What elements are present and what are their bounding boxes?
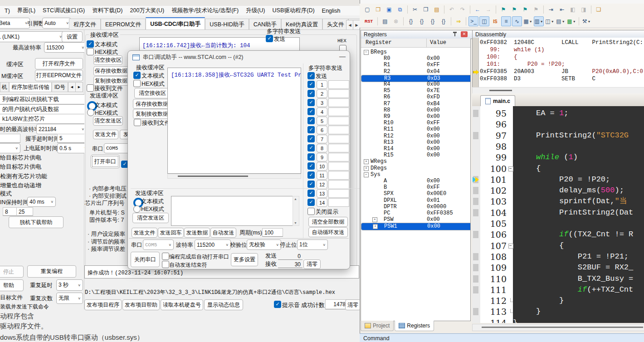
multisend-text-field[interactable] [328,180,349,189]
uncomment-icon[interactable]: ◨ [579,5,589,15]
register-row[interactable]: R50x7E [361,88,470,94]
stop-button[interactable]: ⊗ [391,16,401,26]
w2-multisend-send-checkbox[interactable] [307,72,315,79]
multisend-text-field[interactable] [328,89,349,98]
redo-icon[interactable]: ↷ [458,5,468,15]
register-row[interactable]: R90x00 [361,113,470,120]
multisend-text-field[interactable] [328,80,349,89]
register-row[interactable]: R140x00 [361,146,470,152]
step-over-button[interactable]: {} [417,16,427,26]
w2-send-data-button[interactable]: 发送数据 [184,228,210,238]
w2-baud-select[interactable]: 115200∨ [195,239,231,250]
w2-clear-receive-button[interactable]: 清空接收区 [134,88,171,98]
multisend-row-button[interactable]: 12 [317,180,327,189]
register-row[interactable]: PC0xFF0385 [361,210,470,216]
stop-button[interactable]: 停止 [0,266,24,278]
settings-button[interactable]: 设置 [62,31,83,42]
system-viewer-dropdown[interactable]: ▤▼ [556,16,566,26]
save-icon[interactable]: ▣ [384,5,394,15]
w2-send-hex-mode-radio[interactable] [133,205,141,213]
w2-close-hint-checkbox[interactable] [307,208,315,215]
multisend-row-button[interactable]: 10 [317,162,327,171]
w2-clear-count-button[interactable]: 清零 [303,259,321,269]
toggle-bookmark-icon[interactable]: ⚑ [498,5,508,15]
w2-copy-receive-button[interactable]: 复制接收数据 [133,109,171,119]
register-row[interactable]: R110x00 [361,126,470,132]
menu-item[interactable]: USB驱动程序(D) [269,7,318,15]
navigate-back-icon[interactable]: ← [473,5,483,15]
publish-help-button[interactable]: 发布项目帮助 [122,299,160,310]
multisend-row-button[interactable]: 7 [317,135,327,143]
power-delay-select[interactable]: 0.5 s∨ [57,143,84,153]
w2-auto-end-checkbox[interactable] [162,261,169,268]
menu-item[interactable]: 界面(L) [14,7,39,15]
multisend-text-field[interactable] [328,135,349,143]
keep-time-select[interactable]: 40 ms∨ [27,197,56,207]
bg-open-port-button[interactable]: 打开串口 [91,155,120,168]
bg-save-receive-button[interactable]: 保存接收数据 [93,66,129,76]
register-row[interactable]: A0x00 [361,178,470,184]
multisend-text-field[interactable] [328,198,349,207]
repeat-count-select[interactable]: 无限∨ [56,293,83,304]
offline-option-box[interactable]: 的用户脱机代码及数据 [0,104,84,114]
multisend-row-checkbox[interactable] [307,135,315,142]
offline-option-box[interactable]: k1/U8W主控芯片 [0,114,84,124]
open-file-icon[interactable]: ❒ [373,5,383,15]
w2-send-enter-button[interactable]: 发送回车 [158,228,184,238]
disassembly-hscrollbar[interactable] [472,87,644,94]
multisend-row-checkbox[interactable] [307,108,315,115]
register-row[interactable]: DPTR0x0000 [361,204,470,210]
link-select[interactable]: k1 (LNK1)∨ [0,31,64,42]
repeat-program-button[interactable]: 重复编程 [27,265,76,278]
w2-send-vscrollbar[interactable]: ▲ ▼ [293,196,299,226]
w2-close-port-button[interactable]: 关闭串口 [131,252,160,267]
run-button[interactable]: ▤ [380,16,390,26]
register-row[interactable]: +PSW0x00 [361,216,470,223]
w2-period-input[interactable]: 100 [262,228,283,237]
multisend-row-checkbox[interactable] [307,171,315,179]
multisend-text-field[interactable] [328,162,349,171]
tree-expander-icon[interactable]: + [364,159,369,164]
register-row[interactable]: R130x00 [361,139,470,146]
menu-item[interactable]: 视频教学/技术论坛/选型(F) [168,7,242,15]
multisend-row-button[interactable]: 5 [317,117,327,125]
multisend-row-button[interactable]: 2 [317,89,327,98]
register-row[interactable]: +PSW10x00 [361,223,471,230]
multisend-row-checkbox[interactable] [307,117,315,124]
tree-expander-icon[interactable]: − [364,172,369,177]
reset-button[interactable]: RST [362,16,375,26]
open-eeprom-file-button[interactable]: 打开EEPROM文件 [35,70,83,81]
tab-registers[interactable]: Registers [395,321,434,331]
handshake-timeout-input[interactable]: 5 [57,134,84,143]
register-row[interactable]: R20x04 [361,68,470,75]
w2-clear-all-button[interactable]: 清空全部数据 [308,217,348,227]
w2-text-mode-checkbox[interactable] [133,72,141,79]
analysis-window-toggle[interactable]: ∿ [512,16,522,26]
register-row[interactable]: −BRegs [361,49,470,55]
register-row[interactable]: R10xFF [361,62,470,68]
editor-hscrollbar[interactable] [472,324,644,331]
register-row[interactable]: R150x00 [361,152,470,158]
num2-input[interactable]: 25 [16,207,33,216]
close-icon[interactable]: ✕ [461,31,468,37]
multisend-row-checkbox[interactable] [307,190,315,197]
multisend-row-button[interactable]: 4 [317,107,327,116]
comment-icon[interactable]: ◧ [568,5,578,15]
tab-1[interactable]: 程序文件 [69,19,101,30]
multisend-text-field[interactable] [328,153,349,161]
w2-stopbit-select[interactable]: 1位∨ [297,239,328,250]
multisend-text-field[interactable] [328,126,349,134]
step-into-button[interactable]: {} [406,16,416,26]
multisend-row-checkbox[interactable] [307,144,315,151]
tree-expander-icon[interactable]: + [372,217,377,222]
menu-item[interactable]: STC调试接口(G) [39,7,88,15]
w2-auto-loop-button[interactable]: 自动循环发送 [308,227,348,237]
copy-icon[interactable]: ❐ [421,5,431,15]
w2-hex-mode-checkbox[interactable] [133,80,141,87]
register-row[interactable]: R60xFD [361,94,470,100]
tab-project[interactable]: Project [361,321,394,331]
multisend-row-checkbox[interactable] [307,199,315,206]
multisend-row-checkbox[interactable] [307,126,315,133]
multisend-row-checkbox[interactable] [307,81,315,88]
menu-item[interactable]: 资料下载(D) [88,7,126,15]
